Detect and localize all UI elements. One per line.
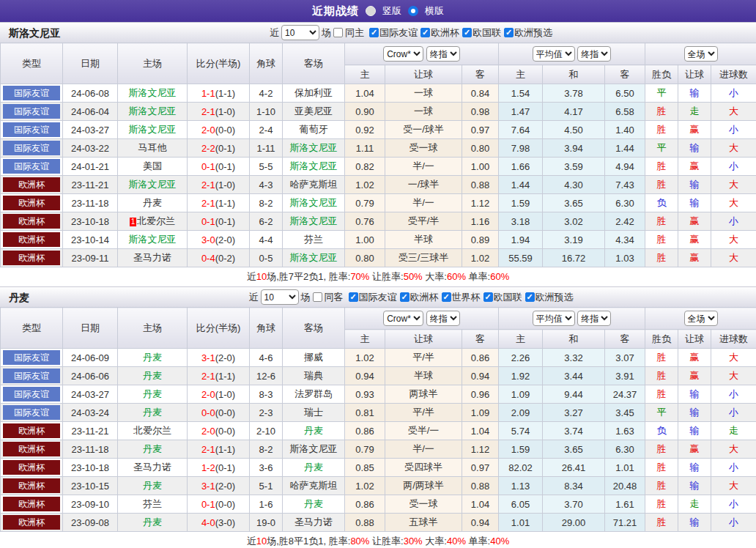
cell-handicap-result: 输: [678, 404, 711, 422]
header-result: 胜负: [645, 65, 678, 84]
near-count-select[interactable]: 10: [261, 289, 299, 305]
header-odds-away: 客: [462, 330, 499, 349]
same-venue-checkbox[interactable]: [333, 28, 343, 37]
summary-segment: 近: [247, 536, 256, 547]
cell-score: 2-0(0-0): [188, 121, 250, 139]
cell-corners: 1-10: [250, 103, 283, 121]
cell-competition: 国际友谊: [1, 84, 63, 103]
cell-score: 2-0(0-0): [188, 422, 250, 440]
summary-segment: 大率:: [423, 536, 447, 547]
cell-avg-draw: 3.44: [543, 367, 605, 385]
competition-checkbox[interactable]: ✓: [400, 292, 410, 302]
match-row: 国际友谊24-06-09丹麦3-1(2-0)4-6挪威1.02平/半0.862.…: [1, 349, 756, 367]
competition-checkbox[interactable]: ✓: [462, 28, 472, 37]
odds-stage-select[interactable]: 终指: [426, 311, 460, 326]
cell-avg-home: 1.59: [499, 440, 543, 459]
scope-select[interactable]: 全场: [684, 311, 718, 326]
competition-checkbox[interactable]: ✓: [369, 28, 379, 37]
cell-result: 胜: [645, 176, 678, 194]
cell-home-team: 芬兰: [118, 495, 188, 514]
competition-badge: 欧洲杯: [3, 214, 60, 229]
matches-table: 类型 日期 主场 比分(半场) 角球 客场 Crow* 终指 平均值 终指: [0, 307, 756, 532]
competition-label: 欧洲杯: [431, 26, 459, 40]
cell-competition: 国际友谊: [1, 139, 63, 158]
odds-source-select[interactable]: Crow*: [383, 311, 423, 326]
odds-stage-select[interactable]: 终指: [426, 46, 460, 62]
cell-competition: 欧洲杯: [1, 249, 63, 267]
average-source-select[interactable]: 平均值: [533, 311, 575, 326]
cell-avg-away: 6.30: [605, 194, 645, 212]
match-row: 国际友谊24-03-24丹麦0-0(0-0)2-3瑞士0.81平/半1.092.…: [1, 404, 756, 422]
games-label: 场: [301, 291, 311, 304]
header-competition: 类型: [1, 308, 63, 349]
cell-home-team: 丹麦: [118, 514, 188, 532]
competition-checkbox[interactable]: ✓: [483, 292, 493, 302]
competition-label: 欧国联: [494, 291, 522, 304]
competition-checkbox[interactable]: ✓: [420, 28, 430, 37]
cell-avg-away: 3.45: [605, 404, 645, 422]
cell-away-team: 斯洛文尼亚: [283, 139, 345, 158]
cell-avg-draw: 26.41: [543, 459, 605, 477]
cell-result: 胜: [645, 103, 678, 121]
competition-filter-item: ✓欧国联: [483, 291, 522, 304]
cell-goals: 小: [711, 121, 756, 139]
vertical-layout-radio[interactable]: [366, 6, 376, 16]
match-row: 国际友谊24-06-04斯洛文尼亚2-1(1-0)1-10亚美尼亚0.90一球0…: [1, 103, 756, 121]
cell-odds-away: 1.09: [462, 404, 499, 422]
scope-select[interactable]: 全场: [684, 46, 718, 62]
competition-checkbox[interactable]: ✓: [504, 28, 514, 37]
cell-away-team: 亚美尼亚: [283, 103, 345, 121]
match-row: 欧洲杯23-09-10芬兰0-1(0-0)1-6丹麦0.86受一球1.046.0…: [1, 495, 756, 514]
competition-badge: 国际友谊: [3, 387, 60, 401]
header-goals: 进球数: [711, 65, 756, 84]
cell-score: 3-0(2-0): [188, 231, 250, 249]
header-date: 日期: [63, 308, 118, 349]
cell-handicap-result: 输: [678, 459, 711, 477]
cell-handicap-result: 赢: [678, 212, 711, 231]
summary-segment: 80%: [350, 536, 369, 547]
competition-checkbox[interactable]: ✓: [525, 292, 535, 302]
cell-competition: 欧洲杯: [1, 212, 63, 231]
odds-source-select[interactable]: Crow*: [383, 46, 423, 62]
cell-odds-home: 0.86: [345, 422, 385, 440]
cell-home-team: 丹麦: [118, 194, 188, 212]
competition-badge: 欧洲杯: [3, 232, 60, 247]
same-venue-checkbox[interactable]: [313, 292, 322, 302]
cell-odds-home: 0.94: [345, 367, 385, 385]
header-odds-handicap: 让球: [385, 330, 462, 349]
header-competition: 类型: [1, 43, 63, 84]
cell-odds-away: 0.80: [462, 139, 499, 158]
horizontal-layout-radio[interactable]: [408, 6, 418, 16]
cell-odds-home: 0.81: [345, 404, 385, 422]
cell-avg-away: 71.21: [605, 514, 645, 532]
near-label: 近: [270, 26, 279, 40]
filters-bar: 近 10 场 同主 ✓国际友谊✓欧洲杯✓欧国联✓欧洲预选: [270, 25, 552, 40]
average-stage-select[interactable]: 终指: [577, 311, 611, 326]
average-source-select[interactable]: 平均值: [533, 46, 575, 62]
cell-competition: 国际友谊: [1, 158, 63, 176]
header-avg-away: 客: [605, 330, 645, 349]
cell-score: 0-1(0-1): [188, 158, 250, 176]
cell-avg-draw: 3.94: [543, 139, 605, 158]
competition-badge: 欧洲杯: [3, 251, 60, 265]
cell-away-team: 斯洛文尼亚: [283, 158, 345, 176]
cell-avg-away: 1.03: [605, 249, 645, 267]
cell-avg-away: 3.91: [605, 367, 645, 385]
competition-checkbox[interactable]: ✓: [442, 292, 451, 302]
cell-handicap-result: 输: [678, 139, 711, 158]
cell-avg-draw: 3.78: [543, 84, 605, 103]
near-count-select[interactable]: 10: [281, 25, 319, 40]
cell-odds-home: 1.00: [345, 231, 385, 249]
cell-avg-home: 3.18: [499, 212, 543, 231]
cell-avg-home: 1.13: [499, 477, 543, 495]
filters-bar: 近 10 场 同客 ✓国际友谊✓欧洲杯✓世界杯✓欧国联✓欧洲预选: [249, 289, 574, 305]
cell-corners: 4-3: [250, 176, 283, 194]
cell-home-team: 斯洛文尼亚: [118, 231, 188, 249]
cell-odds-handicap: 一/球半: [385, 176, 462, 194]
competition-checkbox[interactable]: ✓: [349, 292, 358, 302]
cell-corners: 8-2: [250, 194, 283, 212]
average-group-header: 平均值 终指: [499, 308, 645, 330]
cell-date: 24-03-27: [63, 385, 118, 404]
average-stage-select[interactable]: 终指: [577, 46, 611, 62]
cell-avg-away: 1.44: [605, 139, 645, 158]
